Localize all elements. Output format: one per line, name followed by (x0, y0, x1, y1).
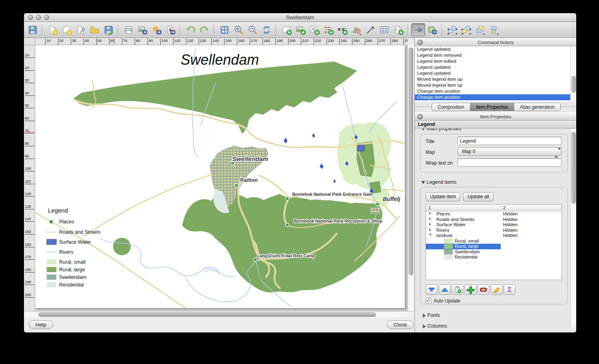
ruler-left[interactable]: 1020304050607080901001101201301401501601… (24, 45, 35, 311)
legend-tree-row[interactable]: landuseHidden (426, 233, 561, 239)
add-image-button[interactable] (293, 23, 307, 36)
load-template-button[interactable] (88, 23, 101, 36)
undo-button[interactable] (183, 23, 197, 36)
add-new-legend-button[interactable] (321, 23, 335, 36)
collapse-icon[interactable] (429, 234, 432, 236)
composition-paper[interactable]: Swellendam Railton Bontebok National Par… (35, 45, 405, 308)
columns-section[interactable]: Columns (423, 323, 447, 329)
export-as-svg-button[interactable] (149, 23, 163, 36)
legend-tree-row[interactable]: Rural, large (426, 244, 561, 249)
legend-tree-row[interactable]: Residential (426, 255, 561, 260)
expand-icon[interactable] (429, 223, 431, 225)
minimize-window-icon[interactable] (36, 15, 41, 20)
hscroll-thumb[interactable] (38, 312, 376, 317)
add-arrow-button[interactable] (363, 23, 377, 36)
new-composition-button[interactable] (46, 23, 60, 36)
history-item[interactable]: Legend item removed (415, 52, 576, 58)
auto-update-checkbox[interactable]: ✓ (426, 298, 431, 303)
history-item[interactable]: Legend updated (415, 46, 576, 52)
edit-item-button[interactable] (491, 284, 503, 295)
paste-item-button[interactable] (452, 284, 464, 295)
tab-item-properties[interactable]: Item Properties (470, 103, 514, 111)
close-panel-icon[interactable]: ✕ (417, 40, 423, 45)
close-button[interactable]: Close (387, 320, 414, 329)
ruler-top[interactable]: 1020304050607080901001101201301401501601… (35, 38, 408, 45)
legend-tree-row[interactable]: RiversHidden (426, 228, 561, 233)
export-as-pdf-button[interactable] (163, 23, 177, 36)
class-name: Rural, small (455, 239, 479, 244)
legend-title-input[interactable] (458, 137, 561, 145)
main-properties-section[interactable]: Main properties (421, 129, 461, 131)
properties-scrollbar[interactable] (570, 129, 576, 332)
history-item[interactable]: Moved legend item up (415, 82, 576, 88)
add-new-map-button[interactable] (279, 23, 293, 36)
history-item[interactable]: Legend item edited (415, 58, 576, 64)
canvas-horizontal-scrollbar[interactable] (24, 311, 408, 318)
remove-item-button[interactable] (478, 284, 490, 295)
fonts-section[interactable]: Fonts (423, 312, 440, 318)
map-legend-entry: Rural, large (59, 267, 85, 273)
expand-icon[interactable] (429, 229, 431, 231)
add-new-scalebar-button[interactable] (335, 23, 349, 36)
refresh-view-button[interactable] (259, 23, 273, 36)
title-field-label: Title (426, 139, 434, 144)
duplicate-composition-button[interactable] (60, 23, 74, 36)
composition-canvas[interactable]: Swellendam Railton Bontebok National Par… (35, 45, 408, 311)
history-scrollbar[interactable] (570, 46, 576, 102)
tab-atlas-generation[interactable]: Atlas generation (514, 103, 561, 111)
save-composition-button[interactable] (26, 23, 40, 36)
tab-composition[interactable]: Composition (432, 103, 470, 111)
zoom-full-button[interactable] (217, 23, 231, 36)
add-html-frame-button[interactable]: </> (391, 23, 405, 36)
add-attribute-table-button[interactable] (377, 23, 391, 36)
canvas-vertical-scrollbar[interactable] (408, 45, 414, 311)
align-selected-items-button[interactable] (487, 23, 501, 36)
select-move-item-button[interactable] (411, 23, 425, 36)
group-items-button[interactable] (445, 23, 459, 36)
print-button[interactable] (121, 23, 135, 36)
ungroup-items-button[interactable] (459, 23, 473, 36)
history-item[interactable]: Legend updated (415, 64, 576, 70)
move-up-button[interactable] (439, 284, 451, 295)
history-item[interactable]: Change item position (415, 88, 576, 94)
legend-items-tree[interactable]: 1 2 PlacesHiddenRoads and StreetsHiddenS… (426, 204, 562, 280)
add-item-button[interactable] (465, 284, 477, 295)
add-basic-shape-button[interactable] (349, 23, 363, 36)
move-down-button[interactable] (426, 284, 438, 295)
composer-manager-button[interactable] (74, 23, 88, 36)
move-item-content-button[interactable] (425, 23, 439, 36)
history-item[interactable]: Change item position (415, 94, 576, 100)
wrap-text-input[interactable] (458, 158, 561, 167)
history-item[interactable]: Legend updated (415, 70, 576, 76)
redo-button[interactable] (197, 23, 211, 36)
update-all-button[interactable]: Update all (463, 192, 494, 201)
expand-icon[interactable] (429, 212, 431, 215)
expand-icon[interactable] (429, 218, 431, 220)
add-expression-button[interactable]: Σ (503, 284, 515, 295)
history-scroll-thumb[interactable] (571, 76, 576, 93)
title-bar[interactable]: Swellendam (24, 13, 576, 22)
map-select[interactable]: Map 0 (458, 147, 561, 156)
raise-selected-items-button[interactable] (473, 23, 487, 36)
legend-items-section[interactable]: Legend items (421, 179, 457, 185)
help-button[interactable]: Help (29, 320, 53, 329)
legend-tree-row[interactable]: Surface WaterHidden (426, 222, 561, 228)
legend-tree-row[interactable]: Roads and StreetsHidden (426, 217, 561, 223)
export-as-image-button[interactable] (135, 23, 149, 36)
command-history-list[interactable]: Legend updatedLegend item removedLegend … (415, 46, 576, 102)
add-new-label-button[interactable]: T (307, 23, 321, 36)
legend-tree-row[interactable]: Rural, small (426, 239, 561, 244)
update-item-button[interactable]: Update item (426, 192, 460, 201)
zoom-out-button[interactable] (245, 23, 259, 36)
legend-tree-row[interactable]: PlacesHidden (426, 211, 561, 217)
zoom-window-icon[interactable] (44, 15, 49, 20)
history-item[interactable]: Moved legend item up (415, 76, 576, 82)
zoom-in-button[interactable] (231, 23, 245, 36)
vscroll-thumb[interactable] (409, 48, 413, 275)
save-as-template-button[interactable] (101, 23, 115, 36)
legend-tree-row[interactable]: Swellendam (426, 249, 561, 255)
properties-scroll-thumb[interactable] (571, 132, 576, 204)
close-panel-icon[interactable]: ✕ (417, 114, 423, 119)
class-swatch (444, 255, 453, 260)
close-window-icon[interactable] (28, 15, 33, 20)
